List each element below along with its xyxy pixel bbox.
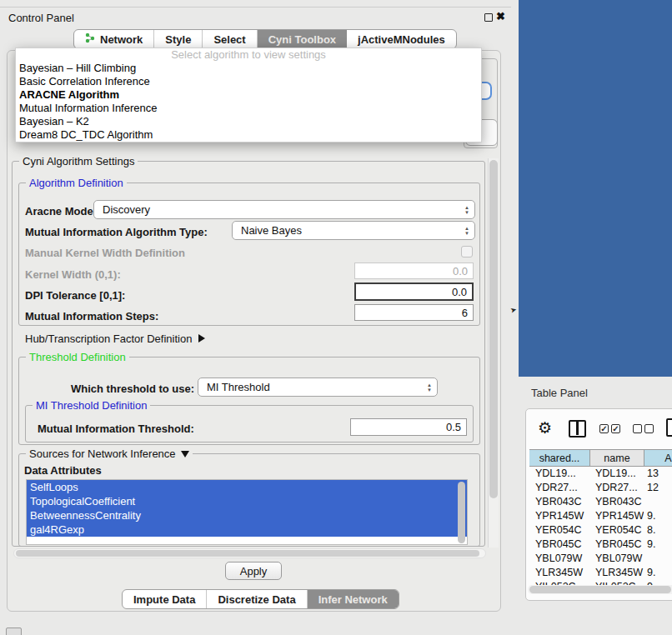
table-toolbar: ⚙ ✓✓ xyxy=(526,414,672,444)
cell: YLR345W xyxy=(529,566,589,580)
export-table-icon[interactable] xyxy=(666,418,672,437)
tab-impute-data[interactable]: Impute Data xyxy=(123,590,207,608)
sources-group: Sources for Network Inference Data Attri… xyxy=(18,453,480,547)
sources-title-label: Sources for Network Inference xyxy=(29,448,176,460)
cell: YBL079W xyxy=(589,552,644,566)
table-row[interactable]: YPR145WYPR145W9. xyxy=(529,509,672,523)
control-panel-title: Control Panel xyxy=(8,12,74,24)
algorithm-definition-title: Algorithm Definition xyxy=(26,177,127,189)
cell: YLR345W xyxy=(589,566,644,580)
aracne-mode-value: Discovery xyxy=(103,203,150,216)
tab-discretize-data[interactable]: Discretize Data xyxy=(207,590,307,608)
cell: YER054C xyxy=(529,523,589,538)
which-threshold-combo[interactable]: MI Threshold ▲▼ xyxy=(198,378,438,397)
columns-icon[interactable] xyxy=(569,420,586,438)
float-panel-icon[interactable] xyxy=(484,13,493,22)
hub-definition-toggle[interactable]: Hub/Transcription Factor Definition xyxy=(25,332,205,345)
column-header-name[interactable]: name xyxy=(590,450,644,466)
aracne-mode-label: Aracne Mode: xyxy=(25,205,97,218)
expand-arrow-icon xyxy=(198,334,205,342)
table-row[interactable]: YLR345WYLR345W9. xyxy=(529,566,672,580)
which-threshold-value: MI Threshold xyxy=(207,381,270,393)
cell: 12 xyxy=(644,481,672,495)
mi-threshold-input[interactable]: 0.5 xyxy=(350,418,467,436)
algorithm-option[interactable]: Bayesian – K2 xyxy=(16,115,481,128)
tab-style[interactable]: Style xyxy=(154,30,203,48)
cell xyxy=(644,552,672,566)
algorithm-option[interactable]: Mutual Information Inference xyxy=(16,102,481,115)
table-row[interactable]: YER054CYER054C8. xyxy=(529,523,672,538)
network-view-panel: GAL GAL80 GAL10 GAL1 GAL11 SWI4 GAL4 GCY… xyxy=(519,0,672,377)
gear-icon[interactable]: ⚙ xyxy=(538,418,552,438)
algorithm-option[interactable]: Basic Correlation Inference xyxy=(16,75,481,88)
settings-horizontal-scrollbar[interactable] xyxy=(13,548,486,558)
apply-button[interactable]: Apply xyxy=(225,562,282,580)
scrollbar-thumb[interactable] xyxy=(16,550,479,557)
tab-cyni-toolbox[interactable]: Cyni Toolbox xyxy=(258,30,347,48)
show-all-columns-icon[interactable]: ✓✓ xyxy=(599,424,620,433)
table-row[interactable]: YDR27...YDR27...12 xyxy=(529,481,672,495)
mi-type-label: Mutual Information Algorithm Type: xyxy=(25,226,208,238)
cell: 13 xyxy=(644,467,672,481)
tab-select-label: Select xyxy=(213,33,245,46)
close-panel-icon[interactable]: ✖ xyxy=(496,10,505,22)
algorithm-option-selected[interactable]: ARACNE Algorithm xyxy=(16,88,481,102)
attribute-item-selected[interactable]: TopologicalCoefficient xyxy=(27,494,467,508)
mi-threshold-value: 0.5 xyxy=(446,421,461,433)
mi-threshold-title: MI Threshold Definition xyxy=(33,399,150,412)
table-row[interactable]: YDL19...YDL19...13 xyxy=(529,467,672,481)
algorithm-option[interactable]: Dream8 DC_TDC Algorithm xyxy=(16,128,481,142)
mi-steps-label: Mutual Information Steps: xyxy=(25,310,158,322)
dpi-tolerance-input[interactable]: 0.0 xyxy=(354,282,474,301)
tab-style-label: Style xyxy=(165,33,191,46)
settings-vertical-scrollbar[interactable] xyxy=(488,158,499,548)
aracne-mode-combo[interactable]: Discovery ▲▼ xyxy=(93,200,475,219)
tab-jactivemnodules[interactable]: jActiveMNodules xyxy=(347,30,456,48)
cell: YDR27... xyxy=(529,481,589,495)
scrollbar-thumb[interactable] xyxy=(529,586,671,593)
stepper-arrows-icon: ▲▼ xyxy=(464,226,469,236)
cell: YER054C xyxy=(589,523,644,538)
kernel-width-input[interactable]: 0.0 xyxy=(354,262,474,279)
mi-threshold-label: Mutual Information Threshold: xyxy=(38,422,194,435)
tab-cyni-toolbox-label: Cyni Toolbox xyxy=(268,33,336,46)
tab-infer-network[interactable]: Infer Network xyxy=(308,590,399,608)
attributes-scrollbar[interactable] xyxy=(458,482,465,543)
data-attributes-list[interactable]: SelfLoops TopologicalCoefficient Between… xyxy=(26,479,468,545)
apply-button-label: Apply xyxy=(240,565,268,578)
mi-type-value: Naive Bayes xyxy=(241,224,302,237)
attribute-item-selected[interactable]: SelfLoops xyxy=(27,480,467,494)
table-body: YDL19...YDL19...13 YDR27...YDR27...12 YB… xyxy=(529,467,672,594)
table-horizontal-scrollbar[interactable] xyxy=(528,585,672,594)
manual-kernel-label: Manual Kernel Width Definition xyxy=(25,247,185,259)
which-threshold-label: Which threshold to use: xyxy=(71,382,194,395)
dpi-tolerance-label: DPI Tolerance [0,1]: xyxy=(25,289,125,302)
sources-title[interactable]: Sources for Network Inference xyxy=(26,448,193,460)
column-header-shared-name[interactable]: shared... xyxy=(529,450,590,466)
table-row[interactable]: YBR043CYBR043C xyxy=(529,495,672,509)
algorithm-option[interactable]: Bayesian – Hill Climbing xyxy=(16,62,481,75)
cell: YBR043C xyxy=(589,495,644,509)
mi-steps-input[interactable]: 6 xyxy=(354,304,474,321)
minimized-panel-tab[interactable] xyxy=(6,628,22,635)
cell: YDL19... xyxy=(589,467,644,481)
mi-type-combo[interactable]: Naive Bayes ▲▼ xyxy=(232,221,475,240)
cell xyxy=(644,495,672,509)
cell: YBR045C xyxy=(589,538,644,552)
column-header-partial[interactable]: A xyxy=(644,450,672,466)
table-row[interactable]: YBR045CYBR045C9. xyxy=(529,538,672,552)
table-row[interactable]: YBL079WYBL079W xyxy=(529,552,672,566)
tab-impute-data-label: Impute Data xyxy=(133,593,195,606)
tab-network[interactable]: Network xyxy=(74,30,154,48)
tab-infer-network-label: Infer Network xyxy=(318,593,388,606)
attribute-item-selected[interactable]: gal4RGexp xyxy=(27,522,467,537)
screen: Control Panel ✖ Network Style Select Cyn… xyxy=(0,0,672,635)
hide-all-columns-icon[interactable] xyxy=(633,424,654,433)
cell: 8. xyxy=(644,523,672,538)
attribute-item-selected[interactable]: BetweennessCentrality xyxy=(27,508,467,522)
cyni-settings-title: Cyni Algorithm Settings xyxy=(19,155,138,168)
tab-select[interactable]: Select xyxy=(203,30,257,48)
scrollbar-thumb[interactable] xyxy=(489,160,498,498)
cell: YDR27... xyxy=(589,481,644,495)
manual-kernel-checkbox[interactable] xyxy=(461,246,473,258)
